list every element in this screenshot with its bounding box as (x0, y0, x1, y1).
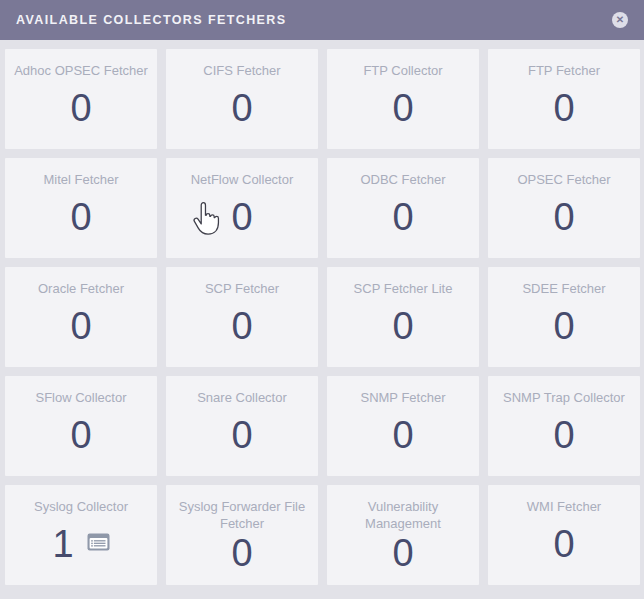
collector-count-row: 0 (174, 293, 310, 359)
collector-count: 0 (231, 534, 252, 572)
panel-title: AVAILABLE COLLECTORS FETCHERS (16, 13, 612, 27)
collector-card[interactable]: SCP Fetcher Lite 0 (327, 267, 479, 367)
collector-count-row: 0 (174, 184, 310, 250)
collector-card[interactable]: Adhoc OPSEC Fetcher 0 (5, 49, 157, 149)
cards-grid: Adhoc OPSEC Fetcher 0 CIFS Fetcher 0 FTP… (0, 40, 644, 599)
collector-card[interactable]: ODBC Fetcher 0 (327, 158, 479, 258)
collector-count: 0 (392, 89, 413, 127)
collector-count: 0 (392, 307, 413, 345)
collector-count: 0 (70, 198, 91, 236)
collector-count: 0 (231, 416, 252, 454)
collector-count: 0 (231, 307, 252, 345)
collector-count-row: 0 (496, 293, 632, 359)
collector-card[interactable]: FTP Fetcher 0 (488, 49, 640, 149)
collector-count-row: 0 (174, 402, 310, 468)
collector-count-row: 0 (496, 184, 632, 250)
hand-cursor-icon (192, 202, 220, 240)
collector-card[interactable]: SNMP Fetcher 0 (327, 376, 479, 476)
collector-count: 0 (231, 89, 252, 127)
collector-card[interactable]: NetFlow Collector 0 (166, 158, 318, 258)
collector-count-row: 0 (335, 184, 471, 250)
collector-count: 0 (70, 416, 91, 454)
collector-count: 0 (70, 307, 91, 345)
collector-count-row: 0 (496, 75, 632, 141)
available-collectors-fetchers-panel: AVAILABLE COLLECTORS FETCHERS ✕ Adhoc OP… (0, 0, 644, 599)
collector-count: 0 (70, 89, 91, 127)
collector-count-row: 0 (174, 528, 310, 577)
collector-count-row: 0 (335, 402, 471, 468)
collector-count-row: 1 (13, 511, 149, 577)
collector-card[interactable]: Vulnerability Management 0 (327, 485, 479, 585)
collector-count: 0 (553, 198, 574, 236)
collector-card[interactable]: WMI Fetcher 0 (488, 485, 640, 585)
collector-count-row: 0 (13, 293, 149, 359)
collector-count-row: 0 (496, 511, 632, 577)
collector-count-row: 0 (335, 528, 471, 577)
collector-count: 0 (392, 416, 413, 454)
collector-count-row: 0 (13, 402, 149, 468)
collector-count: 0 (553, 525, 574, 563)
collector-card[interactable]: SFlow Collector 0 (5, 376, 157, 476)
collector-name: Vulnerability Management (335, 498, 471, 532)
collector-card[interactable]: Oracle Fetcher 0 (5, 267, 157, 367)
collector-count-row: 0 (335, 293, 471, 359)
collector-count-row: 0 (496, 402, 632, 468)
collector-count: 1 (52, 525, 73, 563)
collector-count: 0 (553, 89, 574, 127)
collector-card[interactable]: FTP Collector 0 (327, 49, 479, 149)
details-list-icon[interactable] (87, 533, 110, 555)
collector-card[interactable]: Syslog Forwarder File Fetcher 0 (166, 485, 318, 585)
collector-card[interactable]: Snare Collector 0 (166, 376, 318, 476)
collector-card[interactable]: Mitel Fetcher 0 (5, 158, 157, 258)
collector-card[interactable]: SCP Fetcher 0 (166, 267, 318, 367)
collector-card[interactable]: OPSEC Fetcher 0 (488, 158, 640, 258)
collector-card[interactable]: Syslog Collector 1 (5, 485, 157, 585)
collector-name: Syslog Forwarder File Fetcher (174, 498, 310, 532)
close-icon: ✕ (616, 15, 624, 25)
collector-card[interactable]: CIFS Fetcher 0 (166, 49, 318, 149)
collector-count: 0 (392, 534, 413, 572)
collector-count: 0 (392, 198, 413, 236)
collector-count: 0 (553, 416, 574, 454)
panel-header: AVAILABLE COLLECTORS FETCHERS ✕ (0, 0, 644, 40)
collector-card[interactable]: SNMP Trap Collector 0 (488, 376, 640, 476)
collector-count-row: 0 (13, 75, 149, 141)
collector-count: 0 (553, 307, 574, 345)
collector-card[interactable]: SDEE Fetcher 0 (488, 267, 640, 367)
collector-count-row: 0 (13, 184, 149, 250)
collector-count-row: 0 (174, 75, 310, 141)
close-button[interactable]: ✕ (612, 12, 628, 28)
collector-count: 0 (231, 198, 252, 236)
collector-count-row: 0 (335, 75, 471, 141)
